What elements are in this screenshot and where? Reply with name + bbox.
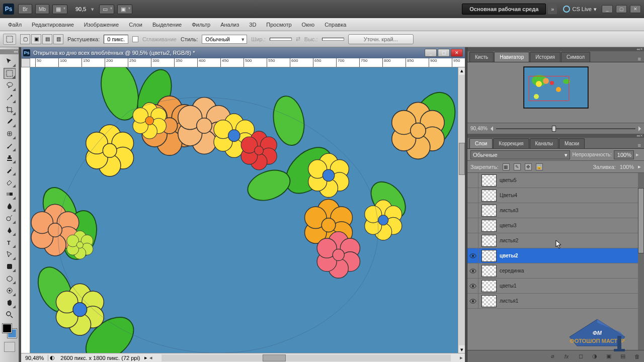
- horizontal-ruler[interactable]: 5010015020025030035040045050055060065070…: [30, 58, 465, 67]
- layer-scrollbar[interactable]: [638, 173, 644, 350]
- menu-окно[interactable]: Окно: [297, 20, 320, 30]
- doc-maximize-button[interactable]: ▢: [438, 49, 450, 57]
- lock-pixels-icon[interactable]: ✎: [514, 163, 521, 170]
- blend-mode-select[interactable]: Обычные: [470, 150, 570, 159]
- canvas[interactable]: [30, 67, 458, 353]
- tab-Навигатор[interactable]: Навигатор: [494, 52, 529, 62]
- zoom-slider-knob[interactable]: [552, 126, 556, 132]
- path-select-tool[interactable]: [4, 249, 16, 260]
- zoom-level[interactable]: 90,5: [75, 6, 86, 12]
- layer-thumbnail[interactable]: [481, 295, 497, 307]
- tab-Маски[interactable]: Маски: [559, 138, 585, 148]
- zoom-dropdown-icon[interactable]: ▾: [91, 6, 94, 13]
- tab-Коррекция[interactable]: Коррекция: [493, 138, 529, 148]
- layer-visibility-icon[interactable]: [467, 279, 478, 293]
- eyedropper-tool[interactable]: [4, 116, 16, 127]
- view-layout-select[interactable]: ▦: [52, 5, 67, 14]
- heal-tool[interactable]: [4, 128, 16, 139]
- layer-thumbnail[interactable]: [481, 235, 497, 247]
- color-swatches[interactable]: [3, 324, 17, 338]
- scroll-left-icon[interactable]: ◂: [147, 354, 154, 361]
- layer-name[interactable]: серединка: [500, 268, 524, 274]
- layer-thumbnail[interactable]: [481, 190, 497, 202]
- shape-tool[interactable]: [4, 261, 16, 272]
- eraser-tool[interactable]: [4, 176, 16, 188]
- layer-visibility-icon[interactable]: [467, 203, 478, 218]
- layer-row[interactable]: цветы5: [467, 173, 644, 188]
- tab-Кисть[interactable]: Кисть: [469, 52, 494, 62]
- close-button[interactable]: ✕: [630, 5, 641, 13]
- maximize-button[interactable]: ▢: [616, 5, 627, 13]
- toolbox-collapse-icon[interactable]: ◂◂: [0, 49, 19, 54]
- cslive-button[interactable]: CS Live ▾: [563, 6, 597, 13]
- layer-visibility-icon[interactable]: [467, 233, 478, 248]
- layer-thumbnail[interactable]: [481, 174, 497, 187]
- feather-input[interactable]: 0 пикс.: [104, 35, 128, 44]
- opacity-input[interactable]: 100%: [614, 150, 634, 159]
- layer-name[interactable]: цветы2: [500, 253, 518, 258]
- layer-thumbnail[interactable]: [481, 265, 497, 277]
- panel-menu-icon[interactable]: ≡: [635, 142, 644, 148]
- tab-Каналы[interactable]: Каналы: [530, 138, 559, 148]
- lock-all-icon[interactable]: 🔒: [536, 163, 543, 170]
- link-layers-icon[interactable]: ⌀: [548, 353, 556, 360]
- layer-row[interactable]: листья3: [467, 203, 644, 218]
- menu-анализ[interactable]: Анализ: [215, 20, 244, 30]
- layer-thumbnail[interactable]: [481, 205, 497, 217]
- stamp-tool[interactable]: [4, 152, 16, 163]
- doc-minimize-button[interactable]: _: [425, 49, 437, 57]
- arrange-select[interactable]: ▭: [99, 5, 114, 14]
- dodge-tool[interactable]: [4, 213, 16, 224]
- document-titlebar[interactable]: Ps Открытка ко дню всех влюблённых @ 90,…: [21, 47, 465, 58]
- zoom-out-icon[interactable]: [491, 126, 493, 131]
- selection-intersect-icon[interactable]: ▥: [53, 34, 63, 44]
- navigator-zoom-value[interactable]: 90,48%: [470, 126, 488, 131]
- panel-collapse-icon[interactable]: ◂◂ ✕: [467, 134, 644, 138]
- layer-visibility-icon[interactable]: [467, 263, 478, 278]
- layer-row[interactable]: серединка: [467, 263, 644, 279]
- minimize-button[interactable]: _: [602, 5, 613, 13]
- selection-add-icon[interactable]: ▣: [31, 34, 41, 44]
- move-tool[interactable]: [4, 56, 16, 67]
- doc-close-button[interactable]: ✕: [451, 49, 463, 57]
- gradient-tool[interactable]: [4, 189, 16, 200]
- opacity-stepper-icon[interactable]: ▸: [636, 151, 641, 158]
- ruler-origin[interactable]: [21, 58, 30, 67]
- layer-scroll-thumb[interactable]: [638, 188, 644, 253]
- menu-файл[interactable]: Файл: [3, 20, 27, 30]
- layer-thumbnail[interactable]: [481, 250, 497, 262]
- brush-tool[interactable]: [4, 140, 16, 151]
- layer-visibility-icon[interactable]: [467, 248, 478, 263]
- marquee-tool[interactable]: [4, 68, 16, 79]
- navigator-viewport[interactable]: [529, 76, 569, 101]
- layer-row[interactable]: Цветы4: [467, 188, 644, 203]
- layer-thumbnail[interactable]: [481, 280, 497, 292]
- layer-row[interactable]: цветы1: [467, 279, 644, 294]
- active-tool-icon[interactable]: [3, 34, 16, 45]
- menu-слои[interactable]: Слои: [124, 20, 147, 30]
- layer-thumbnail[interactable]: [481, 220, 497, 232]
- layer-name[interactable]: цветы5: [500, 177, 517, 183]
- zoom-in-icon[interactable]: [638, 126, 641, 131]
- layer-visibility-icon[interactable]: [467, 294, 478, 308]
- foreground-color[interactable]: [3, 324, 12, 333]
- tab-История[interactable]: История: [530, 52, 560, 62]
- layer-visibility-icon[interactable]: [467, 188, 478, 203]
- menu-просмотр[interactable]: Просмотр: [261, 20, 296, 30]
- navigator-thumbnail[interactable]: [523, 66, 589, 109]
- selection-subtract-icon[interactable]: ▤: [42, 34, 52, 44]
- lasso-tool[interactable]: [4, 80, 16, 91]
- menu-редактирование[interactable]: Редактирование: [27, 20, 79, 30]
- workspace-expand-icon[interactable]: »: [548, 4, 557, 14]
- layer-name[interactable]: листья1: [500, 298, 518, 304]
- zoom-slider-track[interactable]: [496, 128, 635, 129]
- layer-visibility-icon[interactable]: [467, 218, 478, 233]
- layer-row[interactable]: листья2: [467, 233, 644, 248]
- scroll-thumb-v[interactable]: [459, 143, 465, 175]
- zoom-tool[interactable]: [4, 309, 16, 320]
- 3d-camera-tool[interactable]: [4, 285, 16, 296]
- vertical-ruler[interactable]: [21, 67, 30, 353]
- pen-tool[interactable]: [4, 225, 16, 236]
- style-select[interactable]: Обычный: [202, 35, 247, 44]
- quickmask-button[interactable]: [4, 342, 15, 352]
